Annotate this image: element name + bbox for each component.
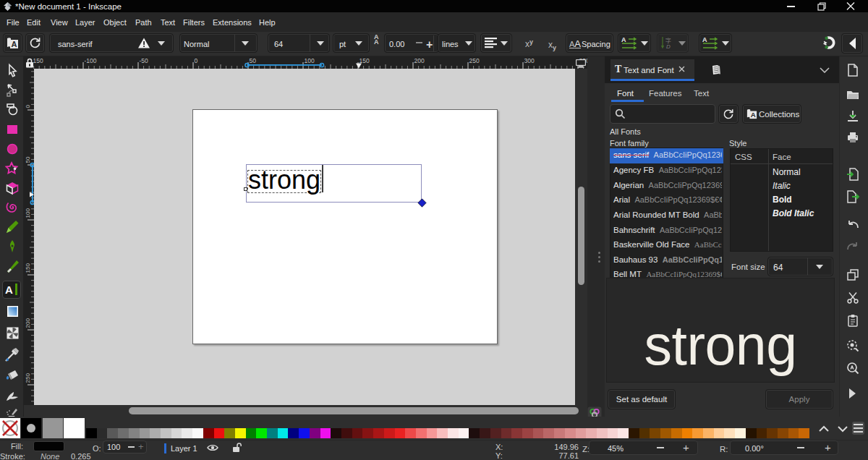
svg-text:50: 50 — [250, 57, 257, 64]
svg-text:0: 0 — [25, 105, 31, 108]
svg-text:A: A — [621, 36, 626, 43]
svg-text:A: A — [702, 36, 707, 43]
svg-text:200: 200 — [414, 57, 425, 64]
svg-text:A: A — [751, 111, 756, 119]
svg-text:150: 150 — [33, 57, 43, 64]
svg-text:100: 100 — [305, 57, 315, 64]
svg-text:300: 300 — [524, 57, 535, 64]
svg-text:0: 0 — [195, 57, 198, 64]
svg-text:200: 200 — [25, 318, 31, 328]
svg-text:-100: -100 — [85, 57, 97, 64]
svg-text:100: 100 — [25, 208, 31, 218]
svg-text:-50: -50 — [140, 57, 149, 64]
svg-text:D: D — [666, 43, 671, 50]
svg-text:A: A — [12, 40, 17, 48]
svg-text:250: 250 — [25, 373, 31, 383]
svg-text:250: 250 — [469, 57, 480, 64]
svg-text:50: 50 — [25, 156, 31, 163]
svg-text:150: 150 — [25, 263, 31, 273]
